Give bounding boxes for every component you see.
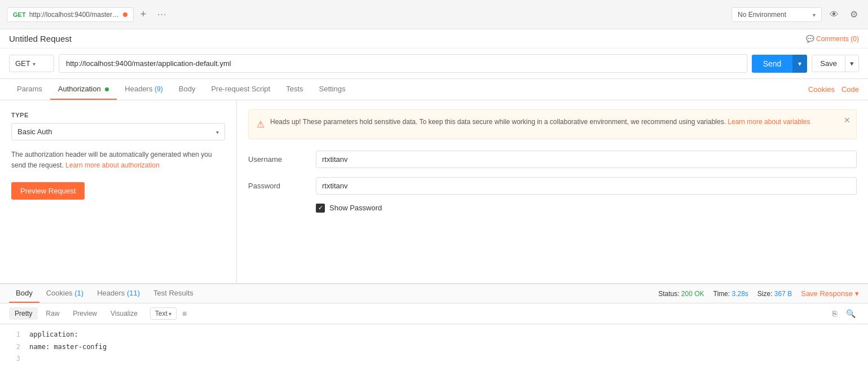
chevron-down-icon xyxy=(813,11,816,19)
password-row: Password xyxy=(248,177,857,195)
response-tabs-left: Body Cookies (1) Headers (11) Test Resul… xyxy=(9,284,200,303)
alert-icon: ⚠ xyxy=(257,117,265,132)
send-dropdown-button[interactable]: ▾ xyxy=(792,55,807,73)
tab-url: http://localhost:9400/master/a... xyxy=(29,11,120,19)
save-button-group: Save ▾ xyxy=(812,55,859,72)
copy-response-button[interactable]: ⎘ xyxy=(829,307,840,320)
auth-left-panel: TYPE Basic Auth The authorization header… xyxy=(0,100,237,283)
save-button[interactable]: Save xyxy=(812,55,845,72)
tab-modified-dot xyxy=(123,12,127,17)
search-response-button[interactable]: 🔍 xyxy=(843,307,859,320)
show-password-row: ✓ Show Password xyxy=(316,204,857,213)
format-chevron-icon xyxy=(169,310,171,318)
response-tab-test-results[interactable]: Test Results xyxy=(147,284,200,303)
more-tabs-button[interactable]: ··· xyxy=(153,7,171,22)
show-password-checkbox[interactable]: ✓ xyxy=(316,204,325,213)
environment-area: No Environment 👁 ⚙ xyxy=(732,6,861,23)
auth-panel: TYPE Basic Auth The authorization header… xyxy=(0,100,868,284)
fmt-right-buttons: ⎘ 🔍 xyxy=(829,307,859,320)
response-panel: Body Cookies (1) Headers (11) Test Resul… xyxy=(0,284,868,380)
line-number: 1 xyxy=(9,329,20,341)
code-line-3: 3 xyxy=(9,353,859,365)
line-number: 2 xyxy=(9,341,20,354)
checkmark-icon: ✓ xyxy=(318,204,323,211)
top-bar: GET http://localhost:9400/master/a... + … xyxy=(0,0,868,29)
tab-settings[interactable]: Settings xyxy=(311,79,354,100)
username-input[interactable] xyxy=(316,151,857,168)
environment-select[interactable]: No Environment xyxy=(732,7,822,22)
auth-type-select[interactable]: Basic Auth xyxy=(11,123,225,140)
tab-area: GET http://localhost:9400/master/a... + … xyxy=(7,6,171,23)
code-line-2: 2 name: master-config xyxy=(9,341,859,354)
format-bar: Pretty Raw Preview Visualize Text ≡ ⎘ 🔍 xyxy=(0,303,868,324)
authorization-active-dot xyxy=(105,87,109,91)
request-title-bar: Untitled Request 💬 Comments (0) xyxy=(0,29,868,48)
eye-icon-button[interactable]: 👁 xyxy=(826,6,842,23)
time-label: Time: 3.28s xyxy=(713,290,748,298)
tab-authorization[interactable]: Authorization xyxy=(50,79,117,100)
send-button-group: Send ▾ xyxy=(752,55,808,73)
response-tab-headers[interactable]: Headers (11) xyxy=(90,284,147,303)
method-chevron-icon xyxy=(33,59,36,68)
alert-close-button[interactable]: ✕ xyxy=(844,116,851,125)
type-chevron-icon xyxy=(216,127,219,136)
learn-more-variables-link[interactable]: Learn more about variables xyxy=(728,118,810,126)
comments-button[interactable]: 💬 Comments (0) xyxy=(806,35,859,43)
response-tab-body[interactable]: Body xyxy=(9,284,39,303)
line-number: 3 xyxy=(9,353,20,365)
status-value: 200 OK xyxy=(681,290,704,298)
request-title: Untitled Request xyxy=(9,34,72,43)
tab-method: GET xyxy=(13,11,26,18)
type-label: TYPE xyxy=(11,112,225,118)
response-status: Status: 200 OK Time: 3.28s Size: 367 B S… xyxy=(658,289,859,298)
preview-request-button[interactable]: Preview Request xyxy=(11,182,85,200)
method-label: GET xyxy=(15,59,30,68)
url-input[interactable] xyxy=(59,54,747,73)
tab-headers[interactable]: Headers (9) xyxy=(117,79,170,100)
fmt-tab-preview[interactable]: Preview xyxy=(67,307,103,320)
line-content: application: xyxy=(29,329,78,341)
time-value: 3.28s xyxy=(732,290,748,298)
tab-params[interactable]: Params xyxy=(9,79,50,100)
tab-pre-request-script[interactable]: Pre-request Script xyxy=(203,79,278,100)
format-type-select[interactable]: Text xyxy=(150,307,177,320)
alert-box: ⚠ Heads up! These parameters hold sensit… xyxy=(248,109,857,139)
save-response-button[interactable]: Save Response ▾ xyxy=(801,289,859,298)
fmt-tab-raw[interactable]: Raw xyxy=(40,307,65,320)
alert-text: Heads up! These parameters hold sensitiv… xyxy=(270,117,810,127)
response-tab-cookies[interactable]: Cookies (1) xyxy=(39,284,90,303)
tab-body[interactable]: Body xyxy=(171,79,204,100)
method-select[interactable]: GET xyxy=(9,55,54,72)
size-label: Size: 367 B xyxy=(757,290,792,298)
url-bar: GET Send ▾ Save ▾ xyxy=(0,48,868,79)
password-label: Password xyxy=(248,182,316,190)
cookies-link[interactable]: Cookies xyxy=(808,85,835,94)
show-password-label: Show Password xyxy=(329,204,382,212)
tab-tests[interactable]: Tests xyxy=(278,79,311,100)
response-tabs-bar: Body Cookies (1) Headers (11) Test Resul… xyxy=(0,284,868,303)
username-row: Username xyxy=(248,151,857,168)
fmt-tab-visualize[interactable]: Visualize xyxy=(105,307,143,320)
code-line-1: 1 application: xyxy=(9,329,859,341)
request-tabs-right: Cookies Code xyxy=(808,85,859,94)
line-content: name: master-config xyxy=(29,341,107,354)
fmt-tab-pretty[interactable]: Pretty xyxy=(9,307,38,320)
status-label: Status: 200 OK xyxy=(658,290,704,298)
wrap-lines-button[interactable]: ≡ xyxy=(179,307,190,320)
size-value: 367 B xyxy=(774,290,792,298)
add-tab-button[interactable]: + xyxy=(136,6,151,23)
gear-icon-button[interactable]: ⚙ xyxy=(847,6,861,23)
response-code-area: 1 application: 2 name: master-config 3 xyxy=(0,324,868,380)
code-link[interactable]: Code xyxy=(841,85,859,94)
password-input[interactable] xyxy=(316,177,857,195)
auth-description: The authorization header will be automat… xyxy=(11,149,225,171)
auth-right-panel: ⚠ Heads up! These parameters hold sensit… xyxy=(237,100,868,283)
send-button[interactable]: Send xyxy=(752,55,793,73)
learn-more-auth-link[interactable]: Learn more about authorization xyxy=(65,161,160,169)
request-tab[interactable]: GET http://localhost:9400/master/a... xyxy=(7,7,134,22)
request-tabs-left: Params Authorization Headers (9) Body Pr… xyxy=(9,79,353,100)
request-tabs: Params Authorization Headers (9) Body Pr… xyxy=(0,79,868,100)
username-label: Username xyxy=(248,155,316,164)
save-dropdown-button[interactable]: ▾ xyxy=(845,55,858,72)
